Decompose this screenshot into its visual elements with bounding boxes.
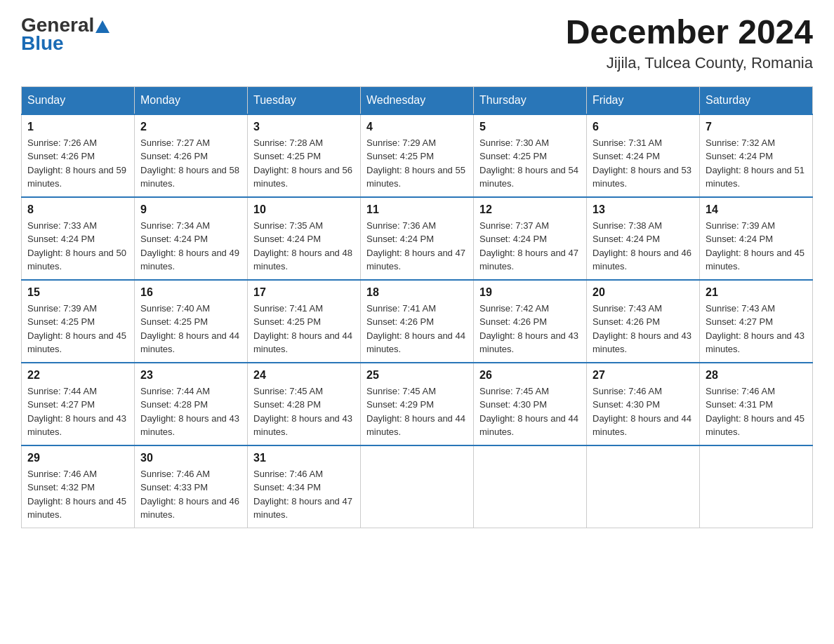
day-info: Sunrise: 7:44 AMSunset: 4:28 PMDaylight:… <box>140 384 241 439</box>
day-number: 3 <box>253 121 355 133</box>
calendar-cell: 13Sunrise: 7:38 AMSunset: 4:24 PMDayligh… <box>587 197 700 280</box>
day-info: Sunrise: 7:46 AMSunset: 4:32 PMDaylight:… <box>27 467 128 522</box>
calendar-cell: 20Sunrise: 7:43 AMSunset: 4:26 PMDayligh… <box>587 280 700 363</box>
day-info: Sunrise: 7:31 AMSunset: 4:24 PMDaylight:… <box>593 136 694 191</box>
day-info: Sunrise: 7:42 AMSunset: 4:26 PMDaylight:… <box>479 302 581 356</box>
day-info: Sunrise: 7:45 AMSunset: 4:28 PMDaylight:… <box>253 384 355 439</box>
day-number: 25 <box>366 369 468 382</box>
calendar-cell: 7Sunrise: 7:32 AMSunset: 4:24 PMDaylight… <box>700 114 813 197</box>
weekday-header-row: SundayMondayTuesdayWednesdayThursdayFrid… <box>22 86 813 114</box>
day-number: 29 <box>27 452 128 464</box>
day-number: 18 <box>366 286 468 299</box>
calendar-cell: 5Sunrise: 7:30 AMSunset: 4:25 PMDaylight… <box>474 114 587 197</box>
day-number: 8 <box>27 203 128 216</box>
day-info: Sunrise: 7:41 AMSunset: 4:26 PMDaylight:… <box>366 302 468 356</box>
calendar-cell: 28Sunrise: 7:46 AMSunset: 4:31 PMDayligh… <box>700 363 813 445</box>
calendar-cell: 24Sunrise: 7:45 AMSunset: 4:28 PMDayligh… <box>248 363 361 445</box>
day-info: Sunrise: 7:38 AMSunset: 4:24 PMDaylight:… <box>593 219 694 274</box>
calendar-cell: 22Sunrise: 7:44 AMSunset: 4:27 PMDayligh… <box>22 363 135 445</box>
day-number: 13 <box>593 203 694 216</box>
calendar-cell: 12Sunrise: 7:37 AMSunset: 4:24 PMDayligh… <box>474 197 587 280</box>
weekday-wednesday: Wednesday <box>361 86 474 114</box>
day-number: 11 <box>366 203 468 216</box>
day-number: 2 <box>140 121 241 133</box>
calendar-cell: 21Sunrise: 7:43 AMSunset: 4:27 PMDayligh… <box>700 280 813 363</box>
calendar-cell: 25Sunrise: 7:45 AMSunset: 4:29 PMDayligh… <box>361 363 474 445</box>
day-number: 19 <box>479 286 581 299</box>
calendar-cell: 9Sunrise: 7:34 AMSunset: 4:24 PMDaylight… <box>135 197 248 280</box>
day-info: Sunrise: 7:34 AMSunset: 4:24 PMDaylight:… <box>140 219 241 274</box>
day-info: Sunrise: 7:39 AMSunset: 4:25 PMDaylight:… <box>27 302 128 356</box>
day-info: Sunrise: 7:46 AMSunset: 4:31 PMDaylight:… <box>706 384 807 439</box>
day-info: Sunrise: 7:33 AMSunset: 4:24 PMDaylight:… <box>27 219 128 274</box>
calendar-cell: 16Sunrise: 7:40 AMSunset: 4:25 PMDayligh… <box>135 280 248 363</box>
calendar-cell: 18Sunrise: 7:41 AMSunset: 4:26 PMDayligh… <box>361 280 474 363</box>
day-info: Sunrise: 7:45 AMSunset: 4:30 PMDaylight:… <box>479 384 581 439</box>
day-number: 6 <box>593 121 694 133</box>
day-info: Sunrise: 7:45 AMSunset: 4:29 PMDaylight:… <box>366 384 468 439</box>
calendar-cell: 30Sunrise: 7:46 AMSunset: 4:33 PMDayligh… <box>135 445 248 528</box>
calendar-cell <box>361 445 474 528</box>
day-info: Sunrise: 7:43 AMSunset: 4:26 PMDaylight:… <box>593 302 694 356</box>
day-info: Sunrise: 7:36 AMSunset: 4:24 PMDaylight:… <box>366 219 468 274</box>
day-info: Sunrise: 7:29 AMSunset: 4:25 PMDaylight:… <box>366 136 468 191</box>
title-area: December 2024 Jijila, Tulcea County, Rom… <box>566 14 813 72</box>
day-number: 28 <box>706 369 807 382</box>
week-row-5: 29Sunrise: 7:46 AMSunset: 4:32 PMDayligh… <box>22 445 813 528</box>
weekday-friday: Friday <box>587 86 700 114</box>
day-number: 16 <box>140 286 241 299</box>
calendar-cell <box>474 445 587 528</box>
calendar-cell: 14Sunrise: 7:39 AMSunset: 4:24 PMDayligh… <box>700 197 813 280</box>
calendar-cell: 15Sunrise: 7:39 AMSunset: 4:25 PMDayligh… <box>22 280 135 363</box>
weekday-saturday: Saturday <box>700 86 813 114</box>
week-row-2: 8Sunrise: 7:33 AMSunset: 4:24 PMDaylight… <box>22 197 813 280</box>
calendar-cell: 8Sunrise: 7:33 AMSunset: 4:24 PMDaylight… <box>22 197 135 280</box>
day-info: Sunrise: 7:39 AMSunset: 4:24 PMDaylight:… <box>706 219 807 274</box>
calendar-cell: 29Sunrise: 7:46 AMSunset: 4:32 PMDayligh… <box>22 445 135 528</box>
day-number: 5 <box>479 121 581 133</box>
day-info: Sunrise: 7:28 AMSunset: 4:25 PMDaylight:… <box>253 136 355 191</box>
day-number: 4 <box>366 121 468 133</box>
day-info: Sunrise: 7:27 AMSunset: 4:26 PMDaylight:… <box>140 136 241 191</box>
calendar-cell: 4Sunrise: 7:29 AMSunset: 4:25 PMDaylight… <box>361 114 474 197</box>
weekday-monday: Monday <box>135 86 248 114</box>
day-number: 10 <box>253 203 355 216</box>
calendar-cell: 2Sunrise: 7:27 AMSunset: 4:26 PMDaylight… <box>135 114 248 197</box>
day-info: Sunrise: 7:35 AMSunset: 4:24 PMDaylight:… <box>253 219 355 274</box>
weekday-thursday: Thursday <box>474 86 587 114</box>
day-number: 7 <box>706 121 807 133</box>
calendar-cell: 17Sunrise: 7:41 AMSunset: 4:25 PMDayligh… <box>248 280 361 363</box>
day-number: 31 <box>253 452 355 464</box>
day-info: Sunrise: 7:40 AMSunset: 4:25 PMDaylight:… <box>140 302 241 356</box>
day-info: Sunrise: 7:41 AMSunset: 4:25 PMDaylight:… <box>253 302 355 356</box>
weekday-tuesday: Tuesday <box>248 86 361 114</box>
calendar-cell: 3Sunrise: 7:28 AMSunset: 4:25 PMDaylight… <box>248 114 361 197</box>
calendar-cell: 23Sunrise: 7:44 AMSunset: 4:28 PMDayligh… <box>135 363 248 445</box>
day-info: Sunrise: 7:44 AMSunset: 4:27 PMDaylight:… <box>27 384 128 439</box>
week-row-1: 1Sunrise: 7:26 AMSunset: 4:26 PMDaylight… <box>22 114 813 197</box>
day-info: Sunrise: 7:30 AMSunset: 4:25 PMDaylight:… <box>479 136 581 191</box>
day-number: 15 <box>27 286 128 299</box>
day-number: 12 <box>479 203 581 216</box>
day-info: Sunrise: 7:37 AMSunset: 4:24 PMDaylight:… <box>479 219 581 274</box>
weekday-sunday: Sunday <box>22 86 135 114</box>
day-number: 1 <box>27 121 128 133</box>
day-number: 26 <box>479 369 581 382</box>
calendar-cell: 1Sunrise: 7:26 AMSunset: 4:26 PMDaylight… <box>22 114 135 197</box>
calendar-cell: 11Sunrise: 7:36 AMSunset: 4:24 PMDayligh… <box>361 197 474 280</box>
day-info: Sunrise: 7:43 AMSunset: 4:27 PMDaylight:… <box>706 302 807 356</box>
day-number: 20 <box>593 286 694 299</box>
day-number: 22 <box>27 369 128 382</box>
day-info: Sunrise: 7:32 AMSunset: 4:24 PMDaylight:… <box>706 136 807 191</box>
day-number: 14 <box>706 203 807 216</box>
day-number: 17 <box>253 286 355 299</box>
calendar-cell: 10Sunrise: 7:35 AMSunset: 4:24 PMDayligh… <box>248 197 361 280</box>
day-info: Sunrise: 7:26 AMSunset: 4:26 PMDaylight:… <box>27 136 128 191</box>
week-row-4: 22Sunrise: 7:44 AMSunset: 4:27 PMDayligh… <box>22 363 813 445</box>
location-title: Jijila, Tulcea County, Romania <box>566 54 813 72</box>
day-info: Sunrise: 7:46 AMSunset: 4:34 PMDaylight:… <box>253 467 355 522</box>
page-header: General Blue December 2024 Jijila, Tulce… <box>21 14 813 72</box>
day-info: Sunrise: 7:46 AMSunset: 4:30 PMDaylight:… <box>593 384 694 439</box>
month-title: December 2024 <box>566 14 813 51</box>
day-number: 23 <box>140 369 241 382</box>
